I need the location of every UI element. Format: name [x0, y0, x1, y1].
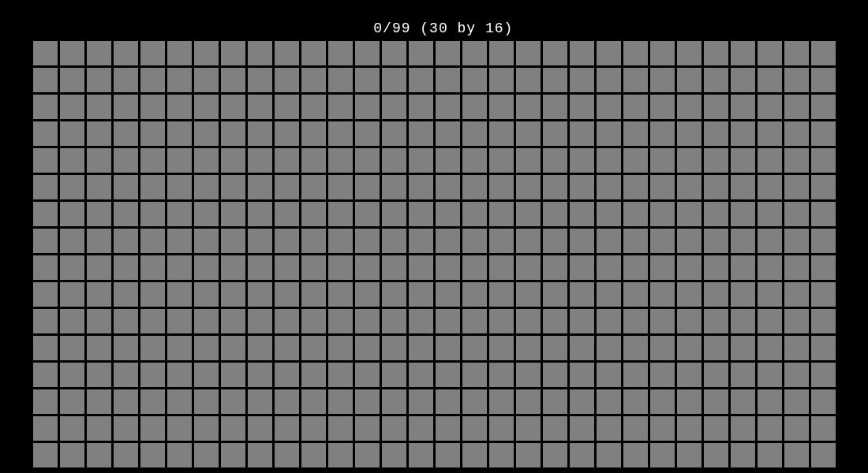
cell[interactable] — [623, 336, 648, 360]
cell[interactable] — [597, 416, 621, 441]
cell[interactable] — [301, 148, 326, 173]
cell[interactable] — [221, 41, 245, 65]
cell[interactable] — [33, 41, 58, 65]
cell[interactable] — [114, 41, 138, 65]
cell[interactable] — [221, 148, 245, 173]
cell[interactable] — [275, 416, 299, 441]
cell[interactable] — [60, 41, 84, 65]
cell[interactable] — [114, 282, 138, 307]
cell[interactable] — [489, 202, 514, 226]
cell[interactable] — [140, 336, 165, 360]
cell[interactable] — [570, 336, 594, 360]
cell[interactable] — [355, 255, 380, 280]
cell[interactable] — [650, 443, 675, 467]
cell[interactable] — [60, 336, 84, 360]
cell[interactable] — [436, 443, 460, 467]
cell[interactable] — [140, 202, 165, 226]
cell[interactable] — [704, 175, 728, 199]
cell[interactable] — [409, 148, 433, 173]
cell[interactable] — [543, 443, 567, 467]
cell[interactable] — [409, 255, 433, 280]
cell[interactable] — [731, 309, 755, 333]
cell[interactable] — [60, 68, 84, 92]
cell[interactable] — [784, 389, 809, 414]
cell[interactable] — [275, 95, 299, 119]
cell[interactable] — [60, 255, 84, 280]
cell[interactable] — [784, 309, 809, 333]
cell[interactable] — [221, 443, 245, 467]
cell[interactable] — [784, 416, 809, 441]
cell[interactable] — [650, 41, 675, 65]
cell[interactable] — [731, 363, 755, 387]
cell[interactable] — [677, 229, 702, 253]
cell[interactable] — [248, 229, 272, 253]
cell[interactable] — [650, 148, 675, 173]
cell[interactable] — [248, 121, 272, 146]
cell[interactable] — [811, 121, 836, 146]
cell[interactable] — [677, 148, 702, 173]
cell[interactable] — [462, 95, 487, 119]
cell[interactable] — [543, 416, 567, 441]
cell[interactable] — [114, 309, 138, 333]
cell[interactable] — [623, 68, 648, 92]
cell[interactable] — [784, 336, 809, 360]
cell[interactable] — [731, 148, 755, 173]
cell[interactable] — [543, 148, 567, 173]
cell[interactable] — [301, 229, 326, 253]
cell[interactable] — [516, 389, 541, 414]
cell[interactable] — [221, 309, 245, 333]
cell[interactable] — [623, 95, 648, 119]
cell[interactable] — [114, 148, 138, 173]
cell[interactable] — [60, 202, 84, 226]
cell[interactable] — [328, 363, 353, 387]
cell[interactable] — [328, 255, 353, 280]
cell[interactable] — [462, 282, 487, 307]
cell[interactable] — [462, 389, 487, 414]
cell[interactable] — [409, 336, 433, 360]
cell[interactable] — [248, 255, 272, 280]
cell[interactable] — [275, 282, 299, 307]
cell[interactable] — [516, 148, 541, 173]
cell[interactable] — [784, 202, 809, 226]
cell[interactable] — [221, 229, 245, 253]
cell[interactable] — [221, 389, 245, 414]
cell[interactable] — [382, 95, 406, 119]
cell[interactable] — [194, 121, 219, 146]
cell[interactable] — [597, 336, 621, 360]
cell[interactable] — [301, 175, 326, 199]
cell[interactable] — [623, 121, 648, 146]
cell[interactable] — [33, 363, 58, 387]
cell[interactable] — [114, 443, 138, 467]
cell[interactable] — [60, 121, 84, 146]
cell[interactable] — [33, 68, 58, 92]
cell[interactable] — [87, 389, 111, 414]
cell[interactable] — [758, 416, 782, 441]
cell[interactable] — [489, 363, 514, 387]
cell[interactable] — [489, 255, 514, 280]
cell[interactable] — [516, 175, 541, 199]
cell[interactable] — [597, 95, 621, 119]
cell[interactable] — [60, 309, 84, 333]
cell[interactable] — [784, 229, 809, 253]
cell[interactable] — [328, 68, 353, 92]
cell[interactable] — [811, 41, 836, 65]
cell[interactable] — [462, 148, 487, 173]
cell[interactable] — [87, 309, 111, 333]
cell[interactable] — [301, 416, 326, 441]
cell[interactable] — [382, 309, 406, 333]
cell[interactable] — [248, 175, 272, 199]
cell[interactable] — [704, 282, 728, 307]
cell[interactable] — [409, 175, 433, 199]
cell[interactable] — [382, 121, 406, 146]
cell[interactable] — [194, 175, 219, 199]
cell[interactable] — [623, 363, 648, 387]
cell[interactable] — [489, 309, 514, 333]
cell[interactable] — [784, 95, 809, 119]
cell[interactable] — [194, 389, 219, 414]
cell[interactable] — [33, 443, 58, 467]
cell[interactable] — [248, 309, 272, 333]
cell[interactable] — [489, 68, 514, 92]
cell[interactable] — [650, 309, 675, 333]
cell[interactable] — [462, 202, 487, 226]
cell[interactable] — [355, 95, 380, 119]
